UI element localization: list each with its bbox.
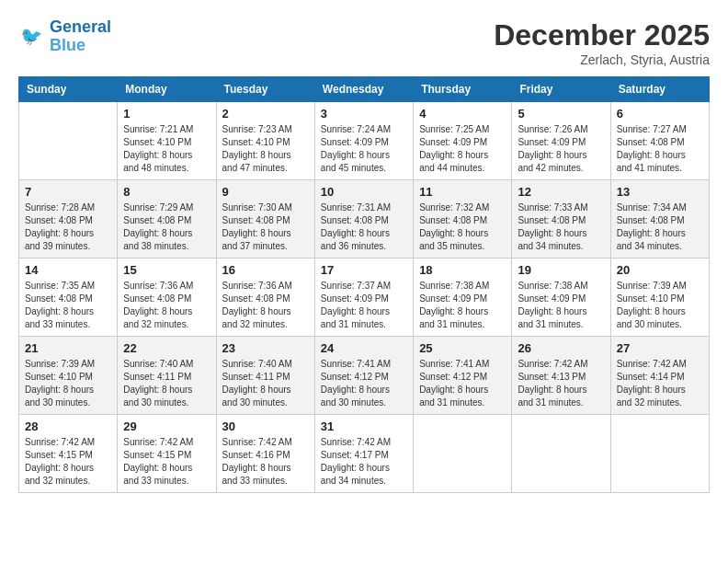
day-number: 1 [123,107,210,121]
logo-icon: 🐦 [18,23,46,51]
day-number: 29 [123,419,210,433]
day-info: Sunrise: 7:39 AMSunset: 4:10 PMDaylight:… [617,280,703,331]
calendar-cell: 25Sunrise: 7:41 AMSunset: 4:12 PMDayligh… [414,337,512,415]
calendar-cell: 3Sunrise: 7:24 AMSunset: 4:09 PMDaylight… [314,102,413,180]
day-info: Sunrise: 7:36 AMSunset: 4:08 PMDaylight:… [123,280,210,331]
day-number: 27 [617,341,703,355]
day-number: 10 [321,185,407,199]
day-info: Sunrise: 7:33 AMSunset: 4:08 PMDaylight:… [518,201,604,253]
day-info: Sunrise: 7:28 AMSunset: 4:08 PMDaylight:… [25,201,111,253]
calendar-cell: 23Sunrise: 7:40 AMSunset: 4:11 PMDayligh… [216,337,314,415]
day-info: Sunrise: 7:39 AMSunset: 4:10 PMDaylight:… [25,358,111,409]
calendar-cell: 29Sunrise: 7:42 AMSunset: 4:15 PMDayligh… [118,415,216,493]
page-header: 🐦 GeneralBlue December 2025 Zerlach, Sty… [18,18,710,67]
calendar-cell: 17Sunrise: 7:37 AMSunset: 4:09 PMDayligh… [314,259,413,337]
calendar-cell: 26Sunrise: 7:42 AMSunset: 4:13 PMDayligh… [512,337,610,415]
day-number: 14 [25,263,111,277]
day-number: 6 [617,107,703,121]
day-number: 24 [321,341,407,355]
calendar-cell: 5Sunrise: 7:26 AMSunset: 4:09 PMDaylight… [512,102,610,180]
logo-text: GeneralBlue [50,18,111,55]
calendar-cell [512,415,610,493]
calendar-cell [414,415,512,493]
logo: 🐦 GeneralBlue [18,18,111,55]
calendar-cell: 28Sunrise: 7:42 AMSunset: 4:15 PMDayligh… [19,415,118,493]
weekday-header: Wednesday [314,77,413,102]
day-number: 15 [123,263,210,277]
day-number: 25 [419,341,506,355]
day-number: 8 [123,185,210,199]
day-number: 4 [419,107,506,121]
calendar-week-row: 1Sunrise: 7:21 AMSunset: 4:10 PMDaylight… [19,102,710,180]
day-info: Sunrise: 7:25 AMSunset: 4:09 PMDaylight:… [419,123,506,175]
calendar-cell: 1Sunrise: 7:21 AMSunset: 4:10 PMDaylight… [118,102,216,180]
calendar-cell: 22Sunrise: 7:40 AMSunset: 4:11 PMDayligh… [118,337,216,415]
calendar-cell [610,415,709,493]
calendar-cell: 24Sunrise: 7:41 AMSunset: 4:12 PMDayligh… [314,337,413,415]
calendar-cell: 20Sunrise: 7:39 AMSunset: 4:10 PMDayligh… [610,259,709,337]
day-info: Sunrise: 7:30 AMSunset: 4:08 PMDaylight:… [222,201,309,253]
month-title: December 2025 [494,18,710,52]
day-number: 5 [518,107,604,121]
day-number: 23 [222,341,309,355]
calendar-cell: 13Sunrise: 7:34 AMSunset: 4:08 PMDayligh… [610,180,709,259]
day-info: Sunrise: 7:32 AMSunset: 4:08 PMDaylight:… [419,201,506,253]
day-info: Sunrise: 7:40 AMSunset: 4:11 PMDaylight:… [123,358,210,409]
calendar-cell: 16Sunrise: 7:36 AMSunset: 4:08 PMDayligh… [216,259,314,337]
day-info: Sunrise: 7:35 AMSunset: 4:08 PMDaylight:… [25,280,111,331]
calendar-cell: 27Sunrise: 7:42 AMSunset: 4:14 PMDayligh… [610,337,709,415]
day-info: Sunrise: 7:38 AMSunset: 4:09 PMDaylight:… [518,280,604,331]
calendar-cell: 11Sunrise: 7:32 AMSunset: 4:08 PMDayligh… [414,180,512,259]
day-number: 21 [25,341,111,355]
day-info: Sunrise: 7:29 AMSunset: 4:08 PMDaylight:… [123,201,210,253]
day-info: Sunrise: 7:26 AMSunset: 4:09 PMDaylight:… [518,123,604,175]
calendar-cell: 2Sunrise: 7:23 AMSunset: 4:10 PMDaylight… [216,102,314,180]
day-number: 16 [222,263,309,277]
svg-text:🐦: 🐦 [20,25,43,47]
day-number: 13 [617,185,703,199]
weekday-header: Tuesday [216,77,314,102]
day-info: Sunrise: 7:41 AMSunset: 4:12 PMDaylight:… [419,358,506,409]
calendar-week-row: 21Sunrise: 7:39 AMSunset: 4:10 PMDayligh… [19,337,710,415]
calendar-cell: 7Sunrise: 7:28 AMSunset: 4:08 PMDaylight… [19,180,118,259]
day-number: 9 [222,185,309,199]
day-info: Sunrise: 7:24 AMSunset: 4:09 PMDaylight:… [321,123,407,175]
weekday-header: Sunday [19,77,118,102]
day-info: Sunrise: 7:42 AMSunset: 4:13 PMDaylight:… [518,358,604,409]
calendar-cell [19,102,118,180]
calendar-cell: 31Sunrise: 7:42 AMSunset: 4:17 PMDayligh… [314,415,413,493]
calendar-cell: 10Sunrise: 7:31 AMSunset: 4:08 PMDayligh… [314,180,413,259]
day-number: 20 [617,263,703,277]
day-number: 30 [222,419,309,433]
weekday-header: Thursday [414,77,512,102]
calendar-table: SundayMondayTuesdayWednesdayThursdayFrid… [18,76,710,493]
day-info: Sunrise: 7:42 AMSunset: 4:15 PMDaylight:… [123,436,210,488]
calendar-header-row: SundayMondayTuesdayWednesdayThursdayFrid… [19,77,710,102]
day-number: 26 [518,341,604,355]
calendar-cell: 19Sunrise: 7:38 AMSunset: 4:09 PMDayligh… [512,259,610,337]
day-info: Sunrise: 7:42 AMSunset: 4:17 PMDaylight:… [321,436,407,488]
weekday-header: Saturday [610,77,709,102]
day-number: 12 [518,185,604,199]
calendar-week-row: 7Sunrise: 7:28 AMSunset: 4:08 PMDaylight… [19,180,710,259]
day-number: 2 [222,107,309,121]
day-number: 31 [321,419,407,433]
day-info: Sunrise: 7:41 AMSunset: 4:12 PMDaylight:… [321,358,407,409]
calendar-cell: 14Sunrise: 7:35 AMSunset: 4:08 PMDayligh… [19,259,118,337]
day-info: Sunrise: 7:42 AMSunset: 4:14 PMDaylight:… [617,358,703,409]
day-number: 19 [518,263,604,277]
day-number: 17 [321,263,407,277]
calendar-week-row: 14Sunrise: 7:35 AMSunset: 4:08 PMDayligh… [19,259,710,337]
title-block: December 2025 Zerlach, Styria, Austria [494,18,710,67]
day-number: 3 [321,107,407,121]
day-info: Sunrise: 7:36 AMSunset: 4:08 PMDaylight:… [222,280,309,331]
day-info: Sunrise: 7:38 AMSunset: 4:09 PMDaylight:… [419,280,506,331]
day-info: Sunrise: 7:23 AMSunset: 4:10 PMDaylight:… [222,123,309,175]
calendar-cell: 9Sunrise: 7:30 AMSunset: 4:08 PMDaylight… [216,180,314,259]
day-info: Sunrise: 7:42 AMSunset: 4:16 PMDaylight:… [222,436,309,488]
day-number: 11 [419,185,506,199]
calendar-week-row: 28Sunrise: 7:42 AMSunset: 4:15 PMDayligh… [19,415,710,493]
calendar-cell: 8Sunrise: 7:29 AMSunset: 4:08 PMDaylight… [118,180,216,259]
calendar-cell: 15Sunrise: 7:36 AMSunset: 4:08 PMDayligh… [118,259,216,337]
day-info: Sunrise: 7:27 AMSunset: 4:08 PMDaylight:… [617,123,703,175]
